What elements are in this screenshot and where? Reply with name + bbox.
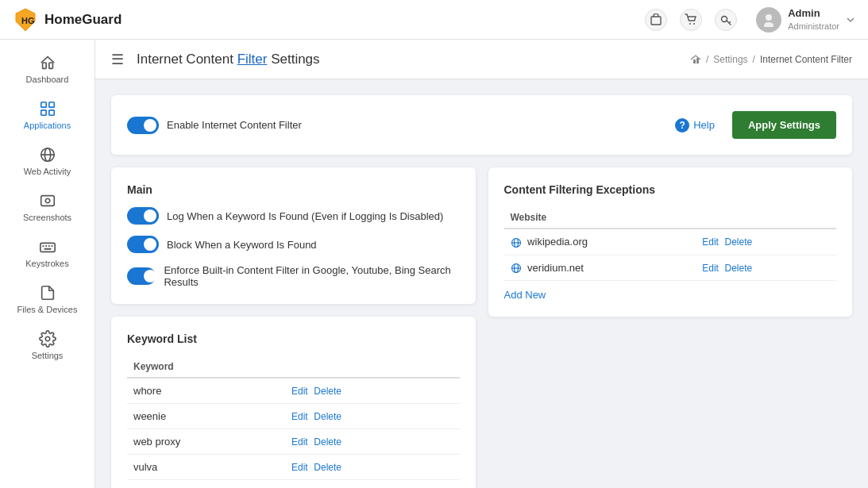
svg-rect-26 <box>693 60 696 63</box>
edit-keyword-link[interactable]: Edit <box>291 386 308 397</box>
topbar: HG HomeGuard Admin Administrator <box>0 0 868 40</box>
svg-rect-27 <box>696 58 699 63</box>
globe-icon <box>511 237 522 248</box>
svg-rect-2 <box>651 17 661 25</box>
sidebar-item-files-devices[interactable]: Files & Devices <box>0 276 95 322</box>
delete-keyword-link[interactable]: Delete <box>314 462 341 473</box>
website-col-header: Website <box>504 207 696 229</box>
keyword-cell: weenie <box>127 404 285 429</box>
main-section-title: Main <box>127 183 460 196</box>
breadcrumb: / Settings / Internet Content Filter <box>690 54 852 65</box>
sidebar-item-web-activity[interactable]: Web Activity <box>0 138 95 184</box>
website-cell: veridium.net <box>504 255 696 281</box>
keyword-col-header: Keyword <box>127 356 285 378</box>
globe-icon <box>511 263 522 274</box>
delete-keyword-link[interactable]: Delete <box>314 386 341 397</box>
toggle-block-keyword: Block When a Keyword Is Found <box>127 236 460 253</box>
enable-filter-label: Enable Internet Content Filter <box>167 119 302 131</box>
files-icon <box>39 284 56 302</box>
svg-point-5 <box>722 16 727 21</box>
website-cell: wikipedia.org <box>504 229 696 255</box>
add-new-exception-link[interactable]: Add New <box>504 289 546 301</box>
delete-keyword-link[interactable]: Delete <box>314 411 341 422</box>
edit-keyword-link[interactable]: Edit <box>291 436 308 448</box>
edit-exception-link[interactable]: Edit <box>702 263 719 274</box>
chevron-down-icon <box>846 15 855 25</box>
exceptions-title: Content Filtering Exceptions <box>504 183 837 196</box>
keyword-list-title: Keyword List <box>127 332 460 345</box>
home-icon <box>39 54 56 71</box>
delete-keyword-link[interactable]: Delete <box>314 436 341 448</box>
applications-icon <box>39 100 56 117</box>
page-header: ☰ Internet Content Filter Settings / Set… <box>95 40 868 79</box>
logo: HG HomeGuard <box>13 7 645 33</box>
settings-icon <box>39 330 56 348</box>
main-layout: Main Log When a Keyword Is Found (Even i… <box>111 167 852 488</box>
toggle-enforce-filter: Enforce Built-in Content Filter in Googl… <box>127 264 460 288</box>
main-content: ☰ Internet Content Filter Settings / Set… <box>95 40 868 488</box>
table-row: veridium.net Edit Delete <box>504 255 837 281</box>
keyword-cell: web proxy <box>127 429 285 455</box>
keystrokes-icon <box>39 238 56 256</box>
edit-exception-link[interactable]: Edit <box>702 236 719 248</box>
svg-point-18 <box>45 198 50 203</box>
keyword-cell: vulva <box>127 455 285 480</box>
right-column: Content Filtering Exceptions Website wik… <box>488 167 853 488</box>
toggle-log-keyword: Log When a Keyword Is Found (Even if Log… <box>127 207 460 225</box>
store-icon[interactable] <box>645 9 667 31</box>
table-row: whore Edit Delete <box>127 378 460 404</box>
exceptions-card: Content Filtering Exceptions Website wik… <box>488 167 853 317</box>
key-icon[interactable] <box>715 9 737 31</box>
hamburger-button[interactable]: ☰ <box>111 51 124 68</box>
edit-keyword-link[interactable]: Edit <box>291 462 308 473</box>
breadcrumb-settings[interactable]: Settings <box>713 54 747 65</box>
user-menu[interactable]: Admin Administrator <box>756 7 855 33</box>
sidebar-item-applications[interactable]: Applications <box>0 92 95 138</box>
svg-rect-8 <box>42 63 46 68</box>
screenshots-icon <box>39 192 56 209</box>
sidebar-item-screenshots[interactable]: Screenshots <box>0 184 95 230</box>
table-row: vpn Edit Delete <box>127 480 460 489</box>
web-activity-icon <box>39 146 56 163</box>
svg-rect-10 <box>41 102 45 107</box>
keyword-cell: whore <box>127 378 285 404</box>
svg-point-7 <box>764 22 773 27</box>
svg-rect-12 <box>41 110 45 115</box>
sidebar-item-keystrokes[interactable]: Keystrokes <box>0 230 95 276</box>
apply-settings-button[interactable]: Apply Settings <box>732 111 836 139</box>
edit-keyword-link[interactable]: Edit <box>291 411 308 422</box>
keyword-cell: vpn <box>127 480 285 489</box>
table-row: wikipedia.org Edit Delete <box>504 229 837 255</box>
svg-rect-13 <box>48 110 53 115</box>
main-toggles: Log When a Keyword Is Found (Even if Log… <box>127 207 460 288</box>
table-row: weenie Edit Delete <box>127 404 460 429</box>
help-button[interactable]: ? Help <box>675 118 715 133</box>
avatar <box>756 7 781 33</box>
keyword-list-card: Keyword List Keyword whore Edit Delete w… <box>111 317 476 488</box>
page-title: Internet Content Filter Settings <box>137 52 320 67</box>
logo-icon: HG <box>13 7 38 33</box>
svg-point-4 <box>693 23 695 25</box>
svg-rect-17 <box>41 196 54 206</box>
enable-filter-card: Enable Internet Content Filter ? Help Ap… <box>111 95 852 155</box>
content-area: Enable Internet Content Filter ? Help Ap… <box>95 79 868 488</box>
svg-rect-11 <box>48 102 53 107</box>
sidebar-item-settings[interactable]: Settings <box>0 322 95 368</box>
home-breadcrumb-icon[interactable] <box>690 54 701 65</box>
svg-rect-9 <box>48 63 52 68</box>
svg-rect-19 <box>40 243 54 252</box>
user-name: Admin <box>788 7 839 21</box>
delete-exception-link[interactable]: Delete <box>725 236 753 248</box>
sidebar-item-dashboard[interactable]: Dashboard <box>0 46 95 92</box>
sidebar: Dashboard Applications Web Activity Scre… <box>0 40 95 488</box>
exceptions-table: Website wikipedia.org Edit Delete veridi… <box>504 207 837 281</box>
enable-filter-toggle[interactable] <box>127 117 159 134</box>
svg-point-25 <box>45 336 50 341</box>
main-section-card: Main Log When a Keyword Is Found (Even i… <box>111 167 476 304</box>
svg-text:HG: HG <box>21 16 35 25</box>
topbar-icons: Admin Administrator <box>645 7 855 33</box>
user-role: Administrator <box>788 21 839 32</box>
keyword-table: Keyword whore Edit Delete weenie Edit De… <box>127 356 460 488</box>
cart-icon[interactable] <box>680 9 702 31</box>
delete-exception-link[interactable]: Delete <box>725 263 753 274</box>
